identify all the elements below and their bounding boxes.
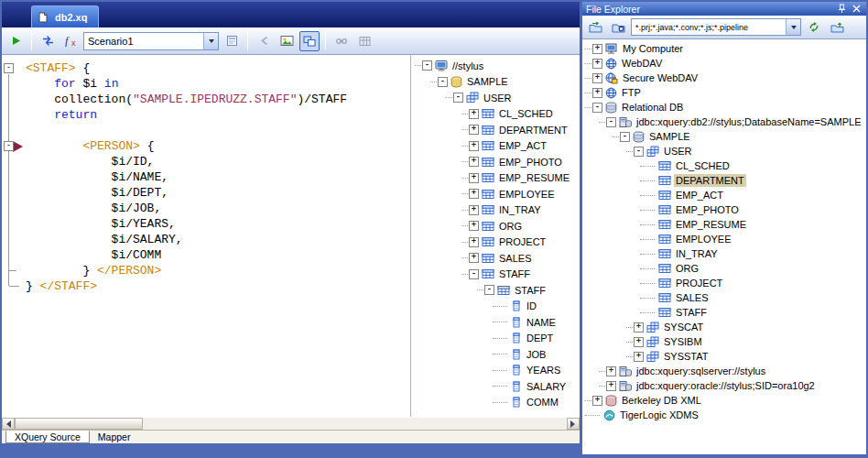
horizontal-scrollbar[interactable] — [2, 417, 580, 430]
tree-item-emp-photo[interactable]: EMP_PHOTO — [582, 202, 866, 217]
tree-item-sysstat[interactable]: +SYSSTAT — [582, 349, 866, 364]
folder-sync-button[interactable] — [585, 17, 605, 38]
collapse-toggle[interactable]: - — [592, 103, 602, 113]
tree-item-cl-sched[interactable]: CL_SCHED — [582, 158, 866, 173]
collapse-toggle[interactable]: - — [469, 269, 479, 279]
tree-item-emp-resume[interactable]: +EMP_RESUME — [412, 170, 580, 187]
expand-toggle[interactable]: + — [592, 44, 602, 54]
tree-item-staff[interactable]: -STAFF — [412, 282, 580, 299]
tree-item-dept[interactable]: DEPT — [412, 331, 580, 347]
tree-item-department[interactable]: +DEPARTMENT — [412, 122, 580, 138]
collapse-toggle[interactable]: - — [453, 93, 463, 103]
fold-toggle[interactable]: - — [4, 63, 14, 73]
tree-item-user[interactable]: -USER — [412, 90, 580, 106]
expand-toggle[interactable]: + — [634, 337, 644, 347]
tree-item-emp-photo[interactable]: +EMP_PHOTO — [412, 154, 580, 170]
collapse-toggle[interactable]: - — [634, 147, 644, 157]
expand-toggle[interactable]: + — [469, 205, 479, 215]
refresh-button[interactable] — [804, 17, 824, 38]
collapse-toggle[interactable]: - — [620, 132, 630, 142]
expand-toggle[interactable]: + — [606, 381, 616, 391]
fold-toggle[interactable]: - — [4, 141, 14, 151]
expand-toggle[interactable]: + — [592, 59, 602, 69]
scenario-select[interactable]: Scenario1 — [83, 32, 219, 50]
xquery-code-pane[interactable]: - - <STAFF> { for $i in collection("SAMP… — [2, 55, 411, 417]
file-filter-select[interactable]: *.prj;*.java;*.conv;*.js;*.pipeline — [631, 18, 801, 36]
tree-item-sales[interactable]: SALES — [582, 290, 866, 305]
tree-item-in-tray[interactable]: IN_TRAY — [582, 246, 866, 261]
expand-toggle[interactable]: + — [469, 109, 479, 119]
tree-item-sales[interactable]: +SALES — [412, 250, 580, 267]
expand-toggle[interactable]: + — [592, 88, 602, 98]
expand-toggle[interactable]: + — [592, 73, 602, 83]
tree-item-sysibm[interactable]: +SYSIBM — [582, 334, 866, 349]
expand-toggle[interactable]: + — [606, 366, 616, 376]
tree-item-project[interactable]: PROJECT — [582, 276, 866, 290]
tree-item-berkeley-db-xml[interactable]: +Berkeley DB XML — [582, 393, 866, 408]
tree-item-salary[interactable]: SALARY — [412, 378, 580, 395]
chevron-down-icon[interactable] — [203, 33, 218, 49]
tree-item-sample[interactable]: -SAMPLE — [412, 74, 580, 91]
tree-item-cl-sched[interactable]: +CL_SCHED — [412, 106, 580, 123]
tree-item-in-tray[interactable]: +IN_TRAY — [412, 202, 580, 219]
tree-item-jdbc-xquery-db2-stylus-databasename-sample[interactable]: -jdbc:xquery:db2://stylus;DatabaseName=S… — [582, 114, 866, 129]
expand-toggle[interactable]: + — [469, 221, 479, 231]
tree-item-secure-webdav[interactable]: +Secure WebDAV — [582, 71, 866, 85]
expand-toggle[interactable]: + — [469, 237, 479, 247]
scroll-left-button[interactable] — [2, 418, 15, 430]
expand-toggle[interactable]: + — [469, 189, 479, 199]
tree-item-employee[interactable]: +EMPLOYEE — [412, 186, 580, 202]
tree-item-staff[interactable]: -STAFF — [412, 267, 580, 283]
tree-item-jdbc-xquery-oracle-stylus-sid-ora10g2[interactable]: +jdbc:xquery:oracle://stylus;SID=ora10g2 — [582, 378, 866, 393]
expand-toggle[interactable]: + — [469, 173, 479, 183]
tree-item-tigerlogic-xdms[interactable]: TigerLogic XDMS — [582, 408, 866, 422]
scroll-right-button[interactable] — [567, 418, 580, 430]
tree-item-emp-resume[interactable]: EMP_RESUME — [582, 217, 866, 232]
scrollbar-thumb[interactable] — [15, 418, 143, 430]
tree-item-job[interactable]: JOB — [412, 346, 580, 363]
tree-item-id[interactable]: ID — [412, 299, 580, 315]
up-folder-button[interactable] — [827, 17, 847, 38]
tree-item-webdav[interactable]: +WebDAV — [582, 56, 866, 71]
expand-toggle[interactable]: + — [469, 157, 479, 167]
collapse-toggle[interactable]: - — [484, 285, 494, 295]
tree-item-project[interactable]: +PROJECT — [412, 234, 580, 251]
tree-item-stylus[interactable]: -//stylus — [412, 58, 580, 74]
tab-mapper[interactable]: Mapper — [90, 431, 139, 443]
collapse-toggle[interactable]: - — [422, 60, 432, 71]
preview-button[interactable] — [277, 31, 297, 51]
expand-toggle[interactable]: + — [469, 253, 479, 263]
tree-item-sample[interactable]: -SAMPLE — [582, 129, 866, 144]
tree-item-syscat[interactable]: +SYSCAT — [582, 320, 866, 334]
collapse-toggle[interactable]: - — [606, 117, 616, 127]
close-icon[interactable] — [850, 4, 863, 15]
scrollbar-track[interactable] — [143, 418, 567, 430]
tree-item-department[interactable]: DEPARTMENT — [582, 173, 866, 188]
tree-item-comm[interactable]: COMM — [412, 395, 580, 411]
folder-open-button[interactable] — [608, 17, 628, 38]
tree-item-org[interactable]: +ORG — [412, 218, 580, 234]
expand-toggle[interactable]: + — [469, 125, 479, 135]
pin-icon[interactable] — [835, 4, 848, 15]
scenario-props-button[interactable] — [222, 31, 242, 51]
file-explorer-titlebar[interactable]: File Explorer — [582, 2, 866, 16]
exchange-button[interactable] — [38, 31, 58, 51]
tree-item-employee[interactable]: EMPLOYEE — [582, 232, 866, 246]
collapse-toggle[interactable]: - — [438, 77, 448, 87]
tree-item-emp-act[interactable]: EMP_ACT — [582, 188, 866, 202]
mapper-button[interactable] — [299, 31, 320, 51]
tree-item-jdbc-xquery-sqlserver-stylus[interactable]: +jdbc:xquery:sqlserver://stylus — [582, 364, 866, 378]
expand-toggle[interactable]: + — [634, 322, 644, 333]
tree-item-name[interactable]: NAME — [412, 314, 580, 331]
tree-item-org[interactable]: ORG — [582, 261, 866, 276]
tree-item-staff[interactable]: STAFF — [582, 305, 866, 320]
tree-item-user[interactable]: -USER — [582, 144, 866, 158]
tree-item-emp-act[interactable]: +EMP_ACT — [412, 138, 580, 155]
chevron-down-icon[interactable] — [786, 19, 800, 35]
function-button[interactable]: fx — [60, 31, 81, 51]
tab-xquery-source[interactable]: XQuery Source — [5, 431, 90, 443]
tree-item-relational-db[interactable]: -Relational DB — [582, 100, 866, 114]
expand-toggle[interactable]: + — [592, 396, 602, 406]
tab-db2-xq[interactable]: db2.xq — [31, 5, 99, 27]
tree-item-ftp[interactable]: +FTP — [582, 85, 866, 100]
